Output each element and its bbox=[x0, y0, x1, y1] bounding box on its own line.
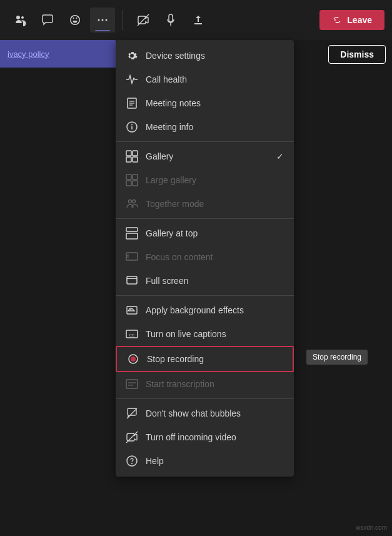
menu-item-device-settings[interactable]: Device settings bbox=[116, 44, 294, 68]
transcription-icon bbox=[126, 378, 138, 390]
gallery-check: ✓ bbox=[276, 151, 284, 161]
pulse-icon bbox=[126, 73, 138, 86]
fullscreen-icon bbox=[126, 275, 138, 287]
call-health-label: Call health bbox=[146, 74, 187, 84]
full-screen-label: Full screen bbox=[146, 276, 188, 286]
svg-point-20 bbox=[129, 200, 132, 203]
svg-rect-24 bbox=[126, 253, 138, 260]
svg-rect-15 bbox=[133, 157, 138, 162]
people-icon[interactable] bbox=[8, 8, 33, 33]
separator-3 bbox=[116, 295, 294, 296]
menu-item-start-transcription: Start transcription bbox=[116, 372, 294, 396]
together-mode-label: Together mode bbox=[146, 199, 204, 209]
live-captions-label: Turn on live captions bbox=[146, 329, 226, 339]
captions-icon: CC bbox=[126, 328, 138, 340]
start-transcription-label: Start transcription bbox=[146, 379, 214, 389]
no-chat-bubbles-label: Don't show chat bubbles bbox=[146, 408, 241, 418]
gallery-at-top-label: Gallery at top bbox=[146, 228, 198, 238]
meeting-notes-label: Meeting notes bbox=[146, 98, 201, 108]
help-label: Help bbox=[146, 456, 164, 466]
svg-point-11 bbox=[131, 124, 133, 126]
share-icon[interactable] bbox=[186, 8, 211, 33]
svg-rect-16 bbox=[126, 174, 131, 180]
menu-item-together-mode: Together mode bbox=[116, 192, 294, 216]
gallery-top-icon bbox=[126, 227, 138, 240]
svg-point-2 bbox=[106, 19, 108, 21]
record-icon bbox=[127, 353, 139, 365]
menu-item-turn-off-video[interactable]: Turn off incoming video bbox=[116, 425, 294, 449]
chat-icon[interactable] bbox=[35, 8, 60, 33]
svg-rect-18 bbox=[126, 181, 131, 186]
svg-line-36 bbox=[127, 408, 137, 418]
svg-point-1 bbox=[102, 19, 104, 21]
meeting-info-label: Meeting info bbox=[146, 122, 193, 132]
focus-icon bbox=[126, 251, 138, 263]
svg-point-32 bbox=[131, 356, 136, 362]
video-off-icon[interactable] bbox=[131, 8, 156, 33]
help-icon bbox=[126, 455, 138, 467]
menu-item-help[interactable]: Help bbox=[116, 449, 294, 473]
gallery-large-icon bbox=[126, 174, 138, 186]
no-video-icon bbox=[126, 431, 138, 443]
menu-item-gallery[interactable]: Gallery ✓ bbox=[116, 144, 294, 168]
menu-item-large-gallery: Large gallery bbox=[116, 168, 294, 192]
menu-item-full-screen[interactable]: Full screen bbox=[116, 269, 294, 293]
info-icon bbox=[126, 121, 138, 133]
reactions-icon[interactable] bbox=[63, 8, 88, 33]
together-icon bbox=[126, 198, 138, 210]
mic-icon[interactable] bbox=[158, 8, 183, 33]
menu-item-stop-recording[interactable]: Stop recording Stop recording bbox=[116, 346, 294, 372]
menu-item-call-health[interactable]: Call health bbox=[116, 68, 294, 91]
svg-rect-19 bbox=[133, 181, 138, 186]
svg-rect-27 bbox=[127, 276, 137, 284]
privacy-bar: ivacy policy bbox=[0, 40, 116, 68]
background-effects-label: Apply background effects bbox=[146, 305, 244, 315]
menu-item-meeting-notes[interactable]: Meeting notes bbox=[116, 91, 294, 115]
privacy-policy-link[interactable]: ivacy policy bbox=[8, 49, 49, 59]
divider bbox=[123, 10, 123, 30]
svg-rect-13 bbox=[133, 151, 138, 156]
svg-point-39 bbox=[131, 463, 133, 464]
menu-item-gallery-at-top[interactable]: Gallery at top bbox=[116, 221, 294, 245]
svg-rect-14 bbox=[126, 157, 131, 162]
gallery-icon bbox=[126, 150, 138, 163]
svg-rect-22 bbox=[126, 228, 138, 231]
menu-item-no-chat-bubbles[interactable]: Don't show chat bubbles bbox=[116, 402, 294, 425]
svg-rect-33 bbox=[126, 380, 138, 388]
separator-4 bbox=[116, 398, 294, 399]
stop-recording-label: Stop recording bbox=[147, 354, 204, 364]
dropdown-menu: Device settings Call health Meeting note… bbox=[116, 40, 294, 477]
menu-item-background-effects[interactable]: Apply background effects bbox=[116, 298, 294, 322]
menu-item-meeting-info[interactable]: Meeting info bbox=[116, 115, 294, 139]
separator-1 bbox=[116, 141, 294, 142]
svg-rect-23 bbox=[126, 233, 138, 239]
menu-item-focus-content: Focus on content bbox=[116, 245, 294, 269]
svg-rect-12 bbox=[126, 151, 131, 156]
leave-button[interactable]: Leave bbox=[319, 10, 384, 30]
background-icon bbox=[126, 304, 138, 316]
more-icon[interactable] bbox=[90, 8, 115, 33]
menu-item-live-captions[interactable]: CC Turn on live captions bbox=[116, 322, 294, 346]
no-chat-icon bbox=[126, 407, 138, 420]
gallery-label: Gallery bbox=[146, 151, 173, 161]
large-gallery-label: Large gallery bbox=[146, 175, 196, 185]
svg-text:CC: CC bbox=[129, 333, 135, 337]
svg-point-0 bbox=[98, 19, 100, 21]
notes-icon bbox=[126, 97, 138, 109]
watermark: wsxdn.com bbox=[356, 524, 387, 531]
device-settings-label: Device settings bbox=[146, 51, 205, 61]
leave-label: Leave bbox=[347, 15, 372, 25]
turn-off-video-label: Turn off incoming video bbox=[146, 432, 236, 442]
svg-point-21 bbox=[133, 200, 136, 203]
top-bar: Leave bbox=[0, 0, 392, 40]
focus-content-label: Focus on content bbox=[146, 252, 213, 262]
dismiss-button[interactable]: Dismiss bbox=[328, 45, 386, 64]
gear-icon bbox=[126, 49, 138, 62]
svg-rect-17 bbox=[133, 174, 138, 180]
separator-2 bbox=[116, 218, 294, 219]
